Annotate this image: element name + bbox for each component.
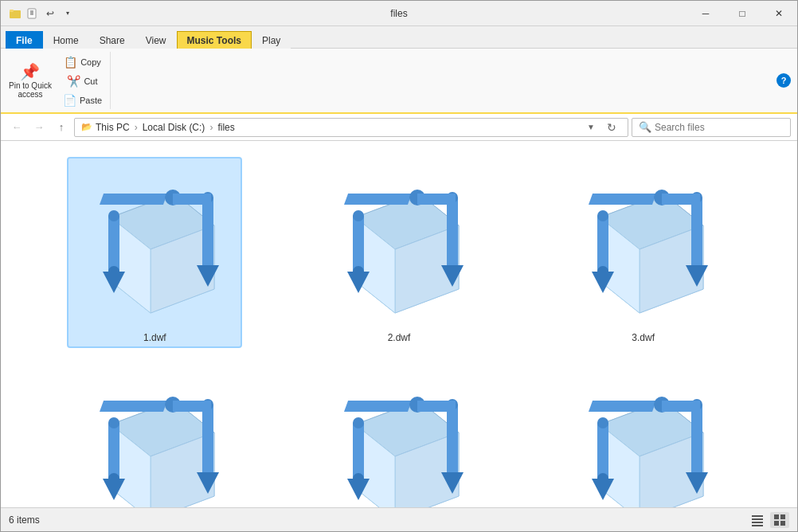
ribbon-help: ? [770, 73, 797, 88]
file-label-3: 3.dwf [632, 332, 655, 343]
window-controls: ─ □ ✕ [687, 1, 797, 26]
file-icon-2 [315, 162, 483, 329]
file-label-2: 2.dwf [388, 332, 411, 343]
details-view-button[interactable] [748, 512, 767, 528]
svg-rect-16 [100, 194, 167, 205]
svg-rect-76 [344, 401, 412, 412]
svg-point-75 [353, 417, 364, 428]
file-icon-3 [560, 162, 727, 329]
large-icons-view-button[interactable] [770, 512, 789, 528]
status-view-controls [748, 512, 789, 528]
tab-home[interactable]: Home [43, 31, 89, 49]
qat-undo-icon[interactable]: ↩ [42, 6, 58, 22]
svg-point-90 [597, 417, 608, 428]
quick-access-toolbar: ↩ ▾ [1, 6, 82, 22]
svg-rect-100 [752, 525, 763, 526]
breadcrumb-computer: 📂 [81, 122, 92, 132]
window-title: files [390, 8, 407, 19]
svg-rect-81 [417, 401, 456, 412]
up-button[interactable]: ↑ [52, 118, 71, 137]
svg-rect-36 [417, 194, 456, 205]
search-input[interactable] [655, 122, 784, 133]
breadcrumb-this-pc: This PC [96, 122, 130, 133]
search-icon: 🔍 [639, 121, 651, 133]
tab-music-tools[interactable]: Music Tools [177, 31, 252, 49]
svg-rect-18 [202, 198, 213, 265]
explorer-window: ↩ ▾ files ─ □ ✕ File Home Share View Mus… [0, 0, 798, 532]
close-button[interactable]: ✕ [761, 1, 797, 26]
breadcrumb-sep-1: › [135, 122, 138, 133]
svg-rect-61 [100, 401, 167, 412]
tab-share[interactable]: Share [89, 31, 135, 49]
svg-rect-101 [774, 514, 779, 519]
breadcrumb-local-disk: Local Disk (C:) [143, 122, 205, 133]
status-item-count: 6 items [9, 514, 40, 526]
back-button[interactable]: ← [7, 118, 26, 137]
svg-rect-97 [752, 515, 763, 517]
breadcrumb-files: files [217, 122, 234, 133]
main-content: 1.dwf [1, 141, 797, 507]
navigation-bar: ← → ↑ 📂 This PC › Local Disk (C:) › file… [1, 114, 797, 141]
pin-icon: 📌 [20, 64, 40, 80]
svg-rect-87 [597, 423, 608, 479]
svg-rect-3 [28, 9, 36, 18]
svg-rect-27 [353, 216, 364, 272]
svg-rect-31 [344, 194, 412, 205]
file-icon-6 [560, 369, 727, 507]
svg-rect-72 [353, 423, 364, 479]
minimize-button[interactable]: ─ [687, 1, 724, 26]
svg-rect-96 [662, 401, 700, 412]
maximize-button[interactable]: □ [724, 1, 761, 26]
paste-label: Paste [80, 96, 102, 105]
ribbon-tabs: File Home Share View Music Tools Play [1, 26, 797, 49]
ribbon-pin-btn[interactable]: 📌 Pin to Quickaccess [4, 61, 57, 101]
search-bar[interactable]: 🔍 [632, 118, 791, 137]
svg-rect-33 [447, 198, 458, 265]
file-grid: 1.dwf [17, 149, 781, 507]
list-item[interactable]: 6.dwf [556, 364, 731, 507]
list-item[interactable]: 3.dwf [556, 157, 731, 348]
tab-file[interactable]: File [6, 31, 43, 49]
svg-rect-104 [780, 521, 785, 526]
file-icon-1 [71, 162, 238, 329]
address-bar[interactable]: 📂 This PC › Local Disk (C:) › files ▼ ↻ [74, 118, 628, 137]
svg-point-30 [353, 210, 364, 221]
list-item[interactable]: 4.dwf [67, 364, 242, 507]
svg-rect-91 [589, 401, 656, 412]
list-item[interactable]: 2.dwf [311, 157, 487, 348]
svg-point-15 [108, 210, 119, 221]
list-item[interactable]: 5.dwf [311, 364, 487, 507]
ribbon-cut-btn[interactable]: ✂️ Cut [58, 72, 107, 90]
forward-button[interactable]: → [29, 118, 49, 137]
svg-rect-21 [173, 194, 211, 205]
svg-rect-66 [173, 401, 211, 412]
svg-point-60 [108, 417, 119, 428]
svg-rect-46 [589, 194, 656, 205]
title-bar: ↩ ▾ files ─ □ ✕ [1, 1, 797, 26]
list-item[interactable]: 1.dwf [67, 157, 242, 348]
svg-rect-63 [202, 405, 213, 472]
ribbon-paste-btn[interactable]: 📄 Paste [58, 92, 107, 109]
svg-rect-102 [780, 514, 785, 519]
paste-icon: 📄 [63, 94, 76, 107]
cut-icon: ✂️ [67, 75, 80, 88]
svg-rect-51 [662, 194, 700, 205]
svg-rect-99 [752, 522, 763, 523]
svg-rect-48 [691, 198, 702, 265]
dropdown-arrow[interactable]: ▼ [581, 118, 600, 137]
qat-folder-icon[interactable] [7, 6, 23, 22]
tab-play[interactable]: Play [252, 31, 291, 49]
svg-rect-42 [597, 216, 608, 272]
qat-dropdown-icon[interactable]: ▾ [60, 6, 76, 22]
ribbon-copy-btn[interactable]: 📋 Copy [58, 53, 107, 71]
tab-view[interactable]: View [135, 31, 177, 49]
svg-rect-12 [108, 216, 119, 272]
status-bar: 6 items [1, 507, 797, 531]
svg-point-45 [597, 210, 608, 221]
pin-label: Pin to Quickaccess [9, 81, 52, 99]
help-button[interactable]: ? [776, 73, 791, 88]
copy-label: Copy [80, 57, 101, 67]
refresh-button[interactable]: ↻ [602, 118, 621, 137]
file-label-1: 1.dwf [143, 332, 166, 343]
qat-new-icon[interactable] [25, 6, 41, 22]
